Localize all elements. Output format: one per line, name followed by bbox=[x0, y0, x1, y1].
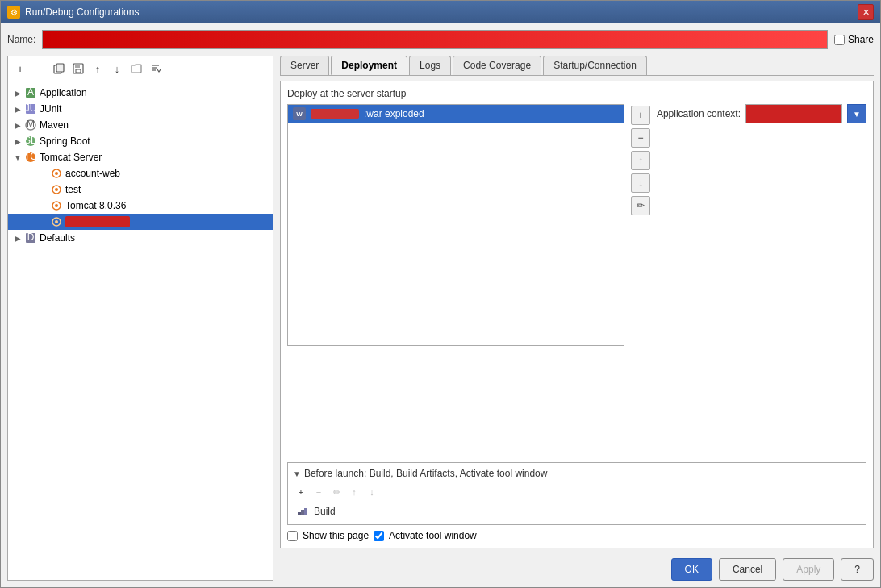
name-row: Name: Share bbox=[7, 30, 874, 49]
apply-button[interactable]: Apply bbox=[783, 558, 834, 581]
share-label: Share bbox=[848, 34, 874, 45]
tree-item-account-web[interactable]: account-web bbox=[8, 165, 273, 181]
bl-add-button[interactable]: + bbox=[293, 484, 309, 500]
bl-move-down-button[interactable]: ↓ bbox=[364, 484, 380, 500]
tree-item-tomcat-server[interactable]: ▼ TC Tomcat Server bbox=[8, 149, 273, 165]
main-split: + − ↑ ↓ bbox=[7, 56, 874, 581]
move-up-button[interactable]: ↑ bbox=[89, 60, 106, 77]
deploy-edit-button[interactable]: ✏ bbox=[631, 196, 650, 215]
window-icon: ⚙ bbox=[7, 6, 20, 19]
bl-edit-button[interactable]: ✏ bbox=[328, 484, 344, 500]
test-icon bbox=[50, 183, 63, 196]
tab-code-coverage[interactable]: Code Coverage bbox=[453, 56, 541, 75]
copy-config-button[interactable] bbox=[50, 60, 68, 77]
svg-text:JU: JU bbox=[25, 103, 36, 114]
maven-label: Maven bbox=[40, 119, 69, 131]
checkbox-row: Show this page Activate tool window bbox=[287, 530, 866, 541]
bottom-buttons: OK Cancel Apply ? bbox=[280, 553, 874, 581]
tab-deployment-content: Deploy at the server startup W :war expl… bbox=[280, 81, 874, 548]
name-input[interactable] bbox=[42, 30, 828, 49]
deploy-split: W :war exploded + − ↑ ↓ ✏ bbox=[287, 104, 866, 346]
share-checkbox[interactable] bbox=[834, 35, 845, 45]
tree-item-defaults[interactable]: ▶ D Defaults bbox=[8, 230, 273, 246]
tree-item-test[interactable]: test bbox=[8, 181, 273, 198]
defaults-label: Defaults bbox=[40, 232, 75, 244]
svg-rect-3 bbox=[75, 64, 80, 68]
deploy-list-item[interactable]: W :war exploded bbox=[288, 105, 624, 123]
tomcat-8036-label: Tomcat 8.0.36 bbox=[65, 200, 126, 211]
move-down-button[interactable]: ↓ bbox=[108, 60, 126, 77]
tree-item-spring-boot[interactable]: ▶ SB Spring Boot bbox=[8, 133, 273, 149]
junit-icon: JU bbox=[24, 102, 37, 115]
app-context-input[interactable] bbox=[745, 104, 842, 123]
app-context-area: Application context: ▼ bbox=[657, 104, 866, 346]
expand-arrow bbox=[37, 183, 50, 196]
deploy-item-label: :war exploded bbox=[364, 108, 424, 119]
folder-button[interactable] bbox=[127, 60, 145, 77]
deploy-move-up-button[interactable]: ↑ bbox=[631, 151, 650, 170]
svg-rect-1 bbox=[56, 64, 64, 72]
tab-startup-connection[interactable]: Startup/Connection bbox=[543, 56, 647, 75]
deploy-item-prefix bbox=[311, 109, 359, 119]
app-context-dropdown[interactable]: ▼ bbox=[847, 104, 866, 123]
deploy-add-button[interactable]: + bbox=[631, 106, 650, 125]
maven-icon: M bbox=[24, 119, 37, 131]
ok-button[interactable]: OK bbox=[671, 558, 712, 581]
bl-remove-button[interactable]: − bbox=[311, 484, 327, 500]
activate-tool-window-checkbox[interactable] bbox=[374, 531, 384, 541]
tree-area: ▶ A Application ▶ JU JUnit bbox=[8, 81, 273, 580]
save-config-button[interactable] bbox=[69, 60, 87, 77]
add-config-button[interactable]: + bbox=[11, 60, 29, 77]
deploy-move-down-button[interactable]: ↓ bbox=[631, 173, 650, 193]
bl-move-up-button[interactable]: ↑ bbox=[346, 484, 362, 500]
show-page-label: Show this page bbox=[303, 530, 369, 541]
name-label: Name: bbox=[7, 34, 35, 45]
selected-icon bbox=[50, 215, 63, 228]
svg-text:SB: SB bbox=[25, 136, 36, 146]
build-icon bbox=[296, 505, 309, 518]
collapse-arrow[interactable]: ▼ bbox=[293, 469, 301, 478]
right-panel: Server Deployment Logs Code Coverage Sta… bbox=[280, 56, 874, 581]
content-area: Name: Share + − bbox=[1, 23, 880, 587]
build-label: Build bbox=[314, 506, 336, 517]
remove-config-button[interactable]: − bbox=[31, 60, 48, 77]
svg-text:M: M bbox=[27, 119, 35, 130]
expand-arrow: ▶ bbox=[11, 102, 24, 115]
selected-item-label bbox=[65, 216, 130, 227]
before-launch-section: ▼ Before launch: Build, Build Artifacts,… bbox=[287, 462, 866, 525]
spring-boot-icon: SB bbox=[24, 135, 37, 148]
tree-item-tomcat-8036[interactable]: Tomcat 8.0.36 bbox=[8, 198, 273, 214]
close-button[interactable]: ✕ bbox=[858, 4, 874, 20]
tomcat-server-icon: TC bbox=[24, 151, 37, 164]
before-launch-label: Before launch: Build, Build Artifacts, A… bbox=[304, 468, 548, 479]
deploy-list-area: W :war exploded bbox=[287, 104, 624, 346]
tabs-row: Server Deployment Logs Code Coverage Sta… bbox=[280, 56, 874, 76]
sort-button[interactable] bbox=[147, 60, 165, 77]
war-icon: W bbox=[293, 107, 306, 120]
tab-server[interactable]: Server bbox=[280, 56, 329, 75]
before-launch-toolbar: + − ✏ ↑ ↓ bbox=[293, 484, 861, 500]
account-web-label: account-web bbox=[65, 168, 120, 179]
show-page-checkbox[interactable] bbox=[287, 531, 298, 541]
cancel-button[interactable]: Cancel bbox=[719, 558, 776, 581]
left-panel: + − ↑ ↓ bbox=[7, 56, 273, 581]
close-help-button[interactable]: ? bbox=[841, 558, 874, 581]
tree-item-selected[interactable] bbox=[8, 214, 273, 230]
spacer bbox=[287, 352, 866, 462]
expand-arrow bbox=[37, 167, 50, 180]
tree-item-junit[interactable]: ▶ JU JUnit bbox=[8, 101, 273, 117]
tab-logs[interactable]: Logs bbox=[409, 56, 451, 75]
left-toolbar: + − ↑ ↓ bbox=[8, 56, 273, 81]
svg-point-23 bbox=[55, 204, 58, 207]
deploy-remove-button[interactable]: − bbox=[631, 128, 650, 148]
tab-deployment[interactable]: Deployment bbox=[331, 56, 407, 75]
app-context-label: Application context: bbox=[657, 108, 741, 119]
svg-rect-30 bbox=[304, 508, 307, 515]
tree-item-maven[interactable]: ▶ M Maven bbox=[8, 117, 273, 133]
tomcat8036-icon bbox=[50, 199, 63, 212]
application-label: Application bbox=[40, 87, 87, 98]
account-web-icon bbox=[50, 167, 63, 180]
svg-rect-29 bbox=[301, 510, 304, 515]
tree-item-application[interactable]: ▶ A Application bbox=[8, 85, 273, 101]
expand-arrow bbox=[37, 215, 50, 228]
